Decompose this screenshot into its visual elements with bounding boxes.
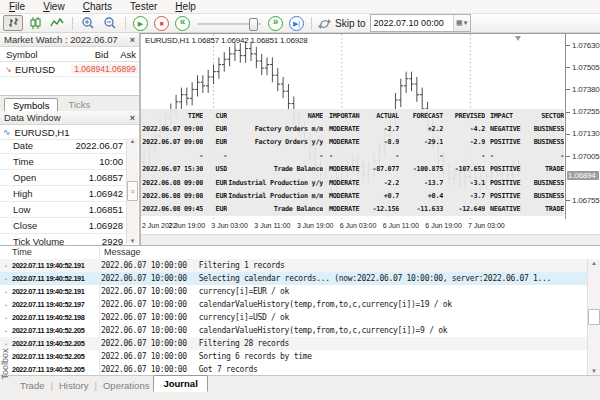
calendar-cell: BUSINESS — [525, 138, 564, 146]
stop-button[interactable]: ■ — [154, 16, 169, 31]
menu-help[interactable]: Help — [166, 1, 205, 12]
message-timestamp: 2022.06.07 10:00:00 — [101, 261, 187, 270]
time-axis-label: 2 Jun 19:00 — [169, 222, 206, 229]
journal-row[interactable]: •2022.07.11 19:40:52.2052022.06.07 10:00… — [0, 324, 588, 337]
menu-file[interactable]: File — [0, 1, 34, 12]
journal-row[interactable]: •2022.07.11 19:40:52.1982022.06.07 10:00… — [0, 311, 588, 324]
skip-to-end-button[interactable]: ▶| — [289, 16, 304, 31]
price-axis-label: 1.07630 — [572, 41, 600, 50]
date-dropdown-button[interactable]: ▦▾ — [453, 15, 470, 31]
scrollbar-thumb[interactable] — [588, 309, 600, 325]
price-tick — [566, 112, 570, 113]
calendar-cell: -3.7 — [443, 192, 485, 200]
data-window-header: Data Window × — [0, 111, 139, 125]
skip-date-field: ▦▾ — [370, 14, 471, 32]
tab-separator: | — [95, 380, 97, 391]
close-icon[interactable]: × — [130, 113, 135, 123]
scrollbar-thumb[interactable]: ≡ — [127, 181, 138, 201]
price-axis-label: 1.07130 — [572, 129, 600, 138]
play-button[interactable]: ▶ — [133, 16, 148, 31]
tab-symbols[interactable]: Symbols — [4, 98, 58, 112]
slider-thumb[interactable] — [249, 18, 258, 31]
calendar-overlay-table: TIMECURNAMEIMPORTANACTUALFORECASTPREVISE… — [141, 109, 564, 216]
tab-ticks[interactable]: Ticks — [58, 98, 100, 111]
chart-region: EURUSD,H1 1.06857 1.06942 1.06851 1.0692… — [140, 33, 600, 245]
speed-slider[interactable] — [197, 16, 261, 31]
data-window-scrollbar[interactable]: ▲ ≡ ▼ — [126, 138, 138, 244]
menu-charts[interactable]: Charts — [74, 1, 121, 12]
journal-row[interactable]: •2022.07.11 19:40:52.2052022.06.07 10:00… — [0, 350, 588, 363]
calendar-cell: FORECAST — [399, 112, 443, 120]
message-timestamp: 2022.06.07 10:00:00 — [101, 287, 187, 296]
scroll-up-icon[interactable]: ▲ — [591, 260, 597, 266]
bars-mode-button[interactable] — [3, 15, 23, 31]
time-axis-label: 3 Jun 03:00 — [211, 222, 248, 229]
journal-row[interactable]: •2022.07.11 19:40:52.1912022.06.07 10:00… — [0, 285, 588, 298]
scroll-up-icon[interactable]: ▲ — [130, 138, 136, 144]
calendar-cell: NEGATIVE — [485, 125, 525, 133]
calendar-cell: - — [485, 152, 525, 160]
rewind-button[interactable]: « — [175, 16, 190, 31]
menubar: FileViewChartsTesterHelp — [0, 0, 600, 14]
calendar-cell: MODERATE — [323, 165, 368, 173]
toolbox-vertical-label: Toolbox — [0, 329, 12, 399]
zoom-in-button[interactable] — [78, 15, 98, 31]
calendar-cell: EUR — [203, 125, 227, 133]
message-timestamp: 2022.06.07 10:00:00 — [101, 352, 187, 361]
close-icon[interactable]: × — [130, 35, 135, 45]
line-mode-button[interactable] — [47, 15, 67, 31]
calendar-cell: TIME — [141, 112, 203, 120]
calendar-cell: MODERATE — [323, 205, 368, 213]
fast-forward-button[interactable]: » — [268, 16, 283, 31]
price-chart[interactable]: EURUSD,H1 1.06857 1.06942 1.06851 1.0692… — [141, 34, 566, 219]
calendar-cell: BUSINESS — [525, 125, 564, 133]
tab-separator: | — [50, 380, 52, 391]
menu-view[interactable]: View — [34, 1, 74, 12]
calendar-cell: NAME — [227, 112, 323, 120]
menu-tester[interactable]: Tester — [121, 1, 166, 12]
journal-row[interactable]: •2022.07.11 19:40:52.1912022.06.07 10:00… — [0, 259, 588, 272]
price-tick — [566, 89, 570, 90]
time-column-header: Time — [12, 247, 32, 257]
zoom-out-button[interactable] — [100, 15, 120, 31]
calendar-cell: CUR — [203, 112, 227, 120]
calendar-cell: MODERATE — [323, 125, 368, 133]
play-icon: ▶ — [138, 20, 143, 27]
calendar-cell: POSITIVE — [485, 192, 525, 200]
price-axis: 1.076301.075051.073801.072551.071301.070… — [566, 34, 600, 219]
scroll-down-icon[interactable]: ▼ — [130, 238, 136, 244]
calendar-cell: -11.633 — [399, 205, 443, 213]
symbol-column-header: Symbol — [0, 49, 75, 60]
tab-journal[interactable]: Journal — [153, 375, 207, 392]
journal-scrollbar[interactable]: ▲ ▼ — [587, 259, 600, 375]
journal-rows: •2022.07.11 19:40:52.1912022.06.07 10:00… — [0, 259, 588, 375]
field-value: 2022.06.07 — [75, 140, 127, 151]
journal-message: 2022.06.07 10:00:00currency[i]=EUR / ok — [97, 287, 588, 296]
toolbar-separator — [125, 17, 126, 30]
scroll-down-icon[interactable]: ▼ — [591, 368, 597, 374]
strategy-tester-window: FileViewChartsTesterHelp — [0, 0, 600, 400]
calendar-cell: MODERATE — [323, 192, 368, 200]
calendar-cell: -4.2 — [443, 125, 485, 133]
journal-row[interactable]: •2022.07.11 19:40:52.2052022.06.07 10:00… — [0, 363, 588, 375]
symbol-row-eurusd[interactable]: ↘ EURUSD 1.06894 1.06899 — [0, 62, 139, 77]
symbol-name: EURUSD — [15, 64, 71, 75]
tab-operations[interactable]: Operations — [99, 378, 153, 393]
skip-date-input[interactable] — [371, 16, 453, 30]
journal-row[interactable]: •2022.07.11 19:40:52.1912022.06.07 10:00… — [0, 272, 588, 285]
tab-trade[interactable]: Trade — [16, 378, 48, 393]
tab-history[interactable]: History — [55, 378, 93, 393]
journal-row[interactable]: •2022.07.11 19:40:52.2052022.06.07 10:00… — [0, 337, 588, 350]
journal-message: 2022.06.07 10:00:00Filtering 28 records — [97, 339, 588, 348]
toolbar-separator — [72, 17, 73, 30]
candles-mode-button[interactable] — [25, 15, 45, 31]
price-tick — [566, 45, 570, 46]
message-text: Sorting 6 records by time — [199, 352, 312, 361]
journal-row[interactable]: •2022.07.11 19:40:52.1972022.06.07 10:00… — [0, 298, 588, 311]
field-label: Low — [0, 204, 75, 215]
journal-message: 2022.06.07 10:00:00Selecting calendar re… — [97, 274, 588, 283]
chart-wave-icon: ∿ — [0, 127, 15, 137]
skip-loop-icon — [318, 17, 331, 30]
calendar-cell: 2022.06.07 09:00 — [141, 125, 203, 133]
price-axis-label: 1.07380 — [572, 85, 600, 94]
